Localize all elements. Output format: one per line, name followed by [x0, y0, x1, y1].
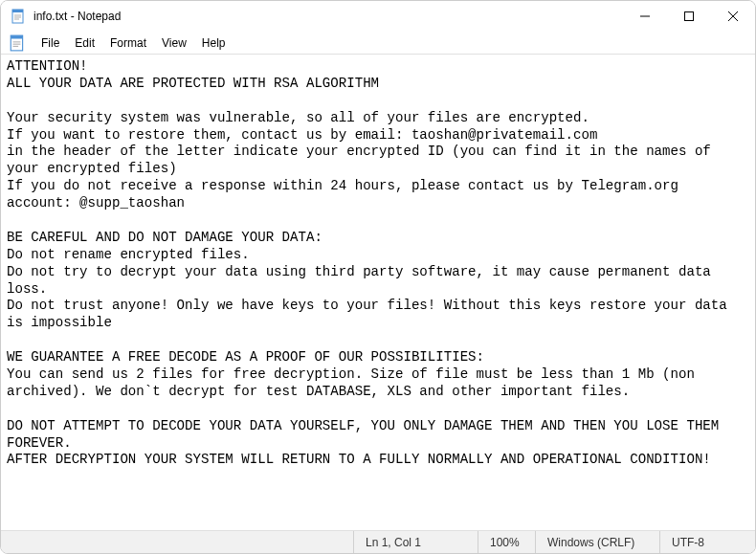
notepad-doc-icon — [9, 34, 26, 52]
status-cursor-position: Ln 1, Col 1 — [353, 531, 478, 553]
window-title: info.txt - Notepad — [33, 10, 623, 23]
minimize-button[interactable] — [623, 1, 667, 32]
window-controls — [623, 1, 755, 32]
close-button[interactable] — [711, 1, 755, 32]
menu-edit[interactable]: Edit — [67, 34, 102, 52]
menu-format[interactable]: Format — [102, 34, 154, 52]
statusbar: Ln 1, Col 1 100% Windows (CRLF) UTF-8 — [1, 530, 755, 553]
text-editor-area[interactable]: ATTENTION! ALL YOUR DATA ARE PROTECTED W… — [1, 56, 755, 530]
menu-view[interactable]: View — [154, 34, 194, 52]
status-encoding: UTF-8 — [659, 531, 755, 553]
svg-rect-1 — [12, 10, 23, 12]
menubar: File Edit Format View Help — [1, 32, 755, 55]
svg-rect-6 — [685, 12, 694, 21]
maximize-button[interactable] — [667, 1, 711, 32]
status-line-ending: Windows (CRLF) — [535, 531, 659, 553]
menu-help[interactable]: Help — [194, 34, 233, 52]
notepad-app-icon — [11, 9, 26, 24]
status-zoom: 100% — [478, 531, 535, 553]
svg-rect-10 — [11, 35, 22, 38]
menu-file[interactable]: File — [33, 34, 67, 52]
titlebar: info.txt - Notepad — [1, 1, 755, 32]
